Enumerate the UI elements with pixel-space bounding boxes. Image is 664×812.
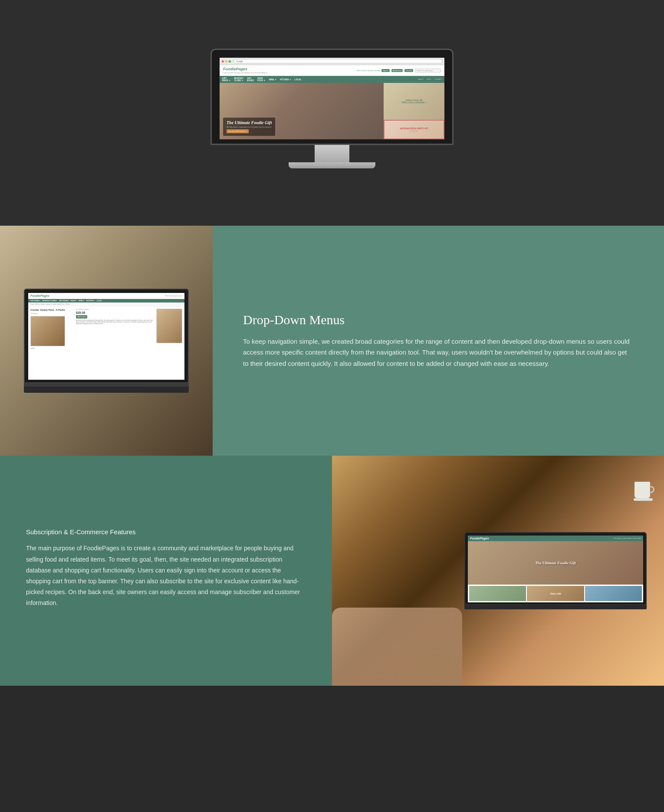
dropdown-menus-section: Drop-Down Menus To keep navigation simpl… bbox=[213, 226, 664, 456]
refer-link[interactable]: Refer friends and get rewards bbox=[357, 69, 380, 72]
hero-main: The Ultimate Foodie Gift Monthly kitchen… bbox=[220, 83, 384, 139]
lp-content: Cracker Variety Pack - 5 Packs ★★★★ SHAR… bbox=[28, 306, 184, 352]
lp-logo: FoodiePages bbox=[30, 294, 49, 297]
lp-nav-clubs[interactable]: MONTHLY CLUBS▼ bbox=[43, 300, 57, 302]
browser-url[interactable]: Google bbox=[234, 59, 442, 63]
nav-contact[interactable]: CONTACT bbox=[434, 79, 442, 80]
dropdown-body: To keep navigation simple, we created br… bbox=[243, 336, 634, 369]
logo-area: FoodiePages Connect with Canada's Best A… bbox=[223, 67, 267, 74]
imac-screen: Google FoodiePages Connect with Canada's… bbox=[210, 49, 454, 145]
cafe-site-mini: FoodiеPages GIFT IDEAS | CLUBS | BOXES |… bbox=[468, 536, 643, 602]
bsm-grid-item-3 bbox=[585, 586, 642, 601]
nav-wine[interactable]: WINE ▼ bbox=[269, 79, 276, 81]
pizza-kit-banner[interactable]: ARTISAN PIZZA PARTY KIT shop now» bbox=[384, 120, 444, 139]
lp-nav-boxes[interactable]: GIFT BOXES bbox=[59, 300, 69, 302]
bsm-hero: The Ultimate Foodie Gift bbox=[468, 541, 643, 585]
cafe-photo-bg: FoodiеPages GIFT IDEAS | CLUBS | BOXES |… bbox=[332, 456, 664, 686]
lp-header: FoodiePages Refer friends and get reward… bbox=[28, 293, 184, 299]
imac-base bbox=[289, 162, 375, 168]
site-hero: The Ultimate Foodie Gift Monthly kitchen… bbox=[220, 83, 444, 139]
site-nav: GIFTIDEAS ▼ MONTHLYCLUBS ▼ GIFTBOXES SHO… bbox=[220, 76, 444, 83]
nav-blog[interactable]: BLOG bbox=[427, 79, 431, 80]
nav-gift-boxes[interactable]: GIFTBOXES bbox=[247, 77, 254, 82]
ecommerce-section: Subscription & E-Commerce Features The m… bbox=[0, 456, 332, 686]
bsm-grid-item-2: Find a Gift bbox=[527, 586, 584, 601]
lp-nav-local[interactable]: LOCAL bbox=[97, 300, 102, 302]
browser-dot-red[interactable] bbox=[222, 60, 224, 62]
cup-handle bbox=[649, 486, 654, 493]
hero-subtitle: Monthly kitchen inspiration from Canada'… bbox=[227, 126, 272, 128]
cafe-laptop-mockup: FoodiеPages GIFT IDEAS | CLUBS | BOXES |… bbox=[464, 532, 647, 609]
cafe-laptop-display: FoodiеPages GIFT IDEAS | CLUBS | BOXES |… bbox=[468, 536, 643, 602]
nav-about[interactable]: ABOUT bbox=[418, 79, 424, 80]
search-input[interactable]: Search FoodiePages bbox=[415, 69, 441, 72]
laptop-display: FoodiePages Refer friends and get reward… bbox=[28, 293, 184, 380]
bsm-grid-item-1 bbox=[469, 586, 526, 601]
hero-right: Oshawa, Toronto, ON FIND LOCAL MAKERS > … bbox=[384, 83, 444, 139]
nav-shop-food[interactable]: SHOPFOOD ▼ bbox=[257, 77, 266, 82]
pizza-cta[interactable]: shop now» bbox=[400, 130, 428, 132]
lp-header-right: Refer friends and get rewards bbox=[165, 295, 182, 297]
account-btn[interactable]: My Account bbox=[391, 69, 403, 72]
lp-product-images bbox=[30, 316, 65, 346]
bsm-logo: FoodiеPages bbox=[470, 537, 489, 540]
hero-cta-button[interactable]: Get the CHEF'S BOX>> bbox=[227, 129, 249, 133]
lp-nav-wine[interactable]: WINE▼ bbox=[79, 300, 84, 302]
lp-nav-food[interactable]: FOOD▼ bbox=[71, 300, 77, 302]
hero-title: The Ultimate Foodie Gift bbox=[227, 120, 272, 125]
bsm-nav-items: GIFT IDEAS | CLUBS | BOXES | FOOD | WINE bbox=[614, 538, 641, 539]
cafe-laptop-screen: FoodiеPages GIFT IDEAS | CLUBS | BOXES |… bbox=[464, 532, 647, 605]
coffee-cup bbox=[634, 482, 651, 503]
lp-refer[interactable]: Refer friends and get rewards bbox=[165, 295, 182, 297]
cup-saucer bbox=[634, 498, 653, 501]
laptop-bottom bbox=[24, 387, 189, 393]
browser-bar: Google bbox=[220, 58, 444, 65]
laptop-screen: FoodiePages Refer friends and get reward… bbox=[24, 289, 189, 383]
bsm-header: FoodiеPages GIFT IDEAS | CLUBS | BOXES |… bbox=[468, 536, 643, 541]
site-header: FoodiePages Connect with Canada's Best A… bbox=[220, 65, 444, 76]
laptop-mockup: FoodiePages Refer friends and get reward… bbox=[24, 289, 189, 393]
nav-local[interactable]: LOCAL bbox=[295, 79, 302, 81]
cafe-laptop-base bbox=[464, 605, 647, 609]
lp-share: SHARE bbox=[30, 348, 74, 349]
imac-mockup: Google FoodiePages Connect with Canada's… bbox=[210, 49, 454, 168]
lp-nav-ideas[interactable]: GIFT IDEAS▼ bbox=[30, 300, 40, 302]
bsm-hero-text: The Ultimate Foodie Gift bbox=[535, 561, 576, 565]
section-bottom: Subscription & E-Commerce Features The m… bbox=[0, 456, 664, 686]
pizza-kit: ARTISAN PIZZA PARTY KIT shop now» bbox=[400, 127, 428, 132]
lp-nav-kitchen[interactable]: KITCHEN▼ bbox=[86, 300, 95, 302]
browser-dot-green[interactable] bbox=[229, 60, 231, 62]
cart-btn[interactable]: Cart (0) bbox=[404, 69, 413, 72]
lp-add-to-cart[interactable]: Add to Cart bbox=[76, 315, 87, 319]
dropdown-content: Drop-Down Menus To keep navigation simpl… bbox=[243, 312, 634, 369]
nav-gift-ideas[interactable]: GIFTIDEAS ▼ bbox=[222, 77, 230, 82]
lp-product-title: Cracker Variety Pack - 5 Packs bbox=[30, 309, 74, 311]
find-makers-link[interactable]: FIND LOCAL MAKERS > bbox=[401, 101, 427, 104]
browser-chrome: Google FoodiePages Connect with Canada's… bbox=[220, 58, 444, 139]
nav-kitchen[interactable]: KITCHEN ▼ bbox=[280, 79, 291, 81]
lp-stars: ★★★★ bbox=[30, 312, 74, 315]
laptop-keyboard bbox=[24, 383, 189, 387]
lp-left-panel: Cracker Variety Pack - 5 Packs ★★★★ SHAR… bbox=[30, 309, 74, 349]
section-imac: Google FoodiePages Connect with Canada's… bbox=[0, 0, 664, 226]
laptop-photo-section: FoodiePages Refer friends and get reward… bbox=[0, 226, 213, 456]
signin-btn[interactable]: Sign In bbox=[381, 69, 389, 72]
imac-stand bbox=[210, 145, 454, 168]
cup-body bbox=[634, 482, 650, 498]
site-tagline: Connect with Canada's Best Artisan Food … bbox=[223, 72, 267, 74]
imac-display: Google FoodiePages Connect with Canada's… bbox=[220, 58, 444, 139]
ecommerce-content: Subscription & E-Commerce Features The m… bbox=[26, 526, 306, 615]
local-makers-area: Oshawa, Toronto, ON FIND LOCAL MAKERS > bbox=[401, 99, 427, 104]
lp-nav: GIFT IDEAS▼ MONTHLY CLUBS▼ GIFT BOXES FO… bbox=[28, 299, 184, 302]
bsm-grid: Find a Gift bbox=[468, 585, 643, 602]
hero-text-box: The Ultimate Foodie Gift Monthly kitchen… bbox=[223, 118, 275, 136]
imac-neck bbox=[315, 145, 349, 162]
browser-dot-yellow[interactable] bbox=[225, 60, 227, 62]
lp-right-panel: Free Pickup Locations $35.00 Add to Cart… bbox=[76, 309, 182, 349]
laptop-photo-bg: FoodiePages Refer friends and get reward… bbox=[0, 226, 213, 456]
nav-monthly-clubs[interactable]: MONTHLYCLUBS ▼ bbox=[234, 77, 243, 82]
site-logo[interactable]: FoodiePages bbox=[223, 67, 267, 71]
find-local-makers: Oshawa, Toronto, ON FIND LOCAL MAKERS > bbox=[384, 83, 444, 120]
dropdown-title: Drop-Down Menus bbox=[243, 312, 634, 327]
find-gift-label: Find a Gift bbox=[550, 592, 561, 595]
